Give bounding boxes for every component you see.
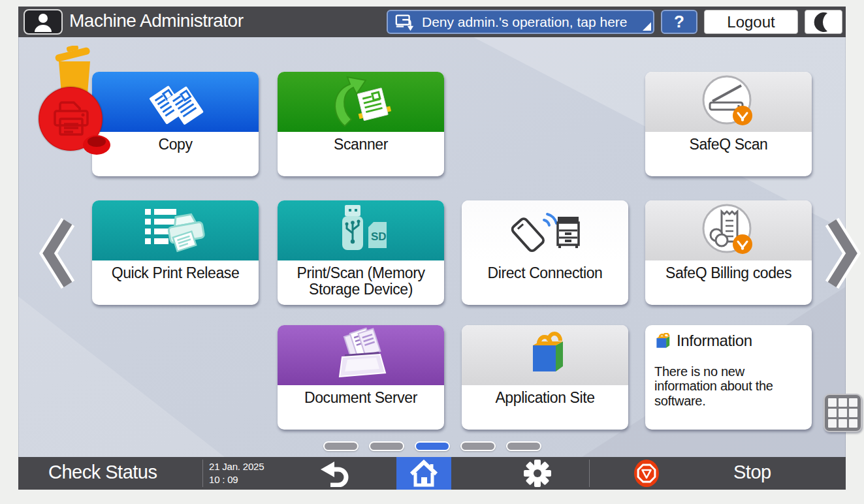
touch-screen: Machine Administrator Deny admin.'s oper… — [18, 7, 846, 490]
operation-switch-icon — [394, 12, 415, 32]
tile-label: Document Server — [278, 385, 444, 406]
app-tile-quick-print-release[interactable]: Quick Print Release — [92, 200, 259, 305]
expand-corner-icon — [643, 22, 651, 31]
back-button[interactable] — [306, 457, 364, 490]
deny-admin-operation-button[interactable]: Deny admin.'s operation, tap here — [387, 10, 654, 34]
gear-icon — [523, 459, 552, 488]
app-tile-scanner[interactable]: Scanner — [278, 72, 444, 176]
tile-label: Copy — [92, 132, 259, 153]
copy-tile-header — [92, 72, 259, 132]
page-dot-5[interactable] — [506, 441, 541, 451]
check-status-button[interactable]: Check Status — [48, 462, 157, 483]
grid-icon — [828, 398, 837, 407]
app-tile-print-scan-memory[interactable]: SD Print/Scan (Memory Storage Device) — [278, 200, 444, 305]
divider — [589, 460, 590, 487]
bottom-bar: Check Status 21 Jan. 2025 10 : 09 — [18, 457, 846, 490]
information-widget[interactable]: Information There is no new information … — [645, 325, 812, 430]
logout-button[interactable]: Logout — [704, 10, 798, 34]
direct-connection-icon — [503, 202, 588, 259]
app-tile-document-server[interactable]: Document Server — [278, 325, 444, 430]
quick-print-release-icon — [133, 202, 218, 259]
app-tile-safeq-billing[interactable]: SafeQ Billing codes — [645, 200, 812, 305]
copy-icon — [133, 74, 218, 130]
home-button[interactable] — [396, 457, 451, 490]
information-body: There is no new information about the so… — [654, 364, 782, 408]
stop-label: Stop — [733, 462, 771, 483]
person-icon — [32, 12, 54, 32]
tile-label: SafeQ Billing codes — [645, 260, 812, 281]
tile-label: Print/Scan (Memory Storage Device) — [278, 260, 444, 298]
time-text: 10 : 09 — [209, 473, 264, 486]
logout-label: Logout — [727, 13, 775, 31]
safeq-scan-icon — [693, 72, 765, 131]
page-dot-3[interactable] — [415, 441, 450, 451]
document-server-tile-header — [278, 325, 444, 385]
app-tile-safeq-scan[interactable]: SafeQ Scan — [645, 72, 812, 176]
help-label: ? — [674, 12, 684, 32]
trash-can-icon — [55, 46, 91, 102]
app-tile-application-site[interactable]: Application Site — [462, 325, 628, 430]
stop-button[interactable] — [620, 457, 673, 490]
previous-page-button[interactable] — [38, 217, 78, 290]
page-dot-1[interactable] — [323, 441, 359, 451]
page-indicator — [18, 441, 846, 451]
settings-button[interactable] — [508, 457, 567, 490]
safeq-scan-tile-header — [645, 72, 812, 132]
stop-icon — [632, 458, 661, 488]
direct-connection-tile-header — [462, 200, 628, 260]
sd-card-label: SD — [371, 230, 387, 243]
application-site-icon — [503, 327, 588, 383]
tile-label: SafeQ Scan — [645, 132, 812, 153]
page-dot-2[interactable] — [369, 441, 404, 451]
moon-icon — [814, 12, 833, 33]
scanner-icon — [319, 74, 404, 130]
top-bar: Machine Administrator Deny admin.'s oper… — [18, 7, 846, 37]
scanner-tile-header — [278, 72, 444, 132]
notice-label: Deny admin.'s operation, tap here — [422, 14, 628, 30]
chevron-left-icon — [38, 217, 78, 290]
usb-sd-icon: SD — [319, 202, 404, 259]
chevron-right-icon — [822, 217, 862, 290]
tile-label: Scanner — [278, 132, 444, 153]
app-grid-button[interactable] — [824, 394, 862, 432]
page-dot-4[interactable] — [460, 441, 496, 451]
safeq-billing-tile-header — [645, 200, 812, 260]
help-button[interactable]: ? — [661, 10, 697, 34]
next-page-button[interactable] — [822, 217, 862, 290]
home-icon — [408, 460, 440, 487]
memory-tile-header: SD — [278, 200, 444, 260]
app-tile-copy[interactable]: Copy — [92, 72, 259, 176]
back-arrow-icon — [319, 460, 351, 487]
tile-label: Direct Connection — [462, 260, 628, 281]
app-tile-direct-connection[interactable]: Direct Connection — [462, 200, 628, 305]
application-site-tile-header — [462, 325, 628, 385]
information-title: Information — [677, 332, 752, 350]
document-server-icon — [319, 327, 404, 383]
quick-print-tile-header — [92, 200, 259, 260]
user-avatar[interactable] — [24, 9, 63, 35]
date-time: 21 Jan. 2025 10 : 09 — [209, 460, 264, 487]
safeq-billing-icon — [693, 201, 765, 260]
tile-label: Application Site — [462, 385, 628, 406]
energy-saver-button[interactable] — [805, 10, 842, 34]
divider — [202, 460, 203, 487]
tile-label: Quick Print Release — [92, 260, 259, 281]
information-bag-icon — [654, 333, 671, 349]
date-text: 21 Jan. 2025 — [209, 460, 264, 473]
logged-in-user: Machine Administrator — [69, 10, 244, 31]
